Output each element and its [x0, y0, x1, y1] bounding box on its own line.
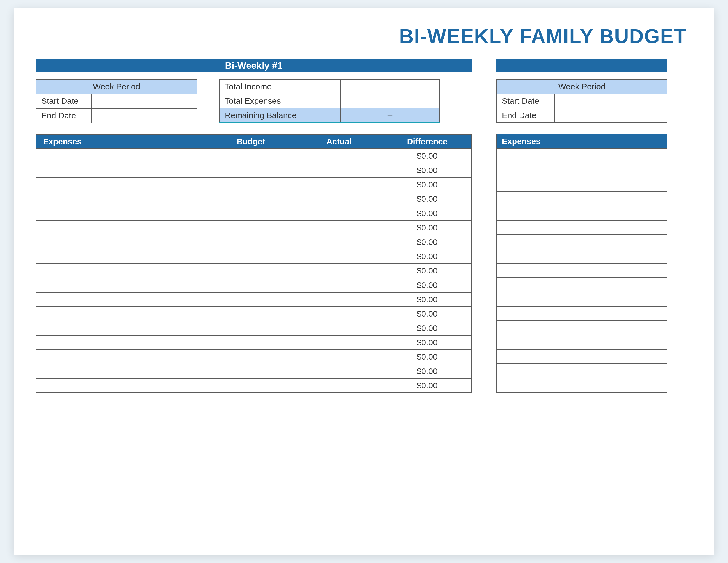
expense-name-cell[interactable]	[36, 206, 207, 220]
difference-cell: $0.00	[383, 321, 471, 335]
budget-cell[interactable]	[207, 263, 295, 278]
actual-cell[interactable]	[295, 307, 383, 321]
budget-cell[interactable]	[207, 364, 295, 378]
difference-cell: $0.00	[383, 335, 471, 350]
budget-cell[interactable]	[207, 206, 295, 220]
expense-name-cell[interactable]	[497, 306, 667, 321]
actual-cell[interactable]	[295, 206, 383, 220]
col-budget: Budget	[207, 134, 295, 149]
table-row: $0.00	[36, 335, 471, 350]
end-date-cell-2[interactable]	[555, 108, 667, 122]
budget-cell[interactable]	[207, 235, 295, 249]
difference-cell: $0.00	[383, 149, 471, 163]
expense-name-cell[interactable]	[497, 321, 667, 335]
expense-name-cell[interactable]	[497, 350, 667, 364]
budget-cell[interactable]	[207, 192, 295, 206]
actual-cell[interactable]	[295, 249, 383, 263]
actual-cell[interactable]	[295, 149, 383, 163]
budget-cell[interactable]	[207, 321, 295, 335]
total-expenses-cell[interactable]	[341, 94, 440, 108]
start-date-cell[interactable]	[91, 94, 197, 108]
actual-cell[interactable]	[295, 220, 383, 235]
col-difference: Difference	[383, 134, 471, 149]
budget-cell[interactable]	[207, 350, 295, 364]
expense-name-cell[interactable]	[36, 364, 207, 378]
budget-cell[interactable]	[207, 307, 295, 321]
table-row	[497, 292, 667, 306]
actual-cell[interactable]	[295, 278, 383, 292]
budget-cell[interactable]	[207, 220, 295, 235]
table-row	[497, 220, 667, 234]
expense-name-cell[interactable]	[36, 307, 207, 321]
expense-name-cell[interactable]	[497, 148, 667, 163]
actual-cell[interactable]	[295, 292, 383, 307]
table-row: $0.00	[36, 192, 471, 206]
expense-name-cell[interactable]	[497, 177, 667, 191]
actual-cell[interactable]	[295, 378, 383, 393]
actual-cell[interactable]	[295, 163, 383, 177]
expense-name-cell[interactable]	[497, 249, 667, 263]
actual-cell[interactable]	[295, 321, 383, 335]
expense-name-cell[interactable]	[497, 378, 667, 393]
expense-name-cell[interactable]	[36, 378, 207, 393]
week-period-table-1: Week Period Start Date End Date	[36, 79, 197, 123]
budget-cell[interactable]	[207, 163, 295, 177]
start-date-cell-2[interactable]	[555, 94, 667, 108]
expense-name-cell[interactable]	[36, 192, 207, 206]
start-date-label: Start Date	[36, 94, 91, 108]
expense-name-cell[interactable]	[497, 234, 667, 249]
expense-name-cell[interactable]	[36, 149, 207, 163]
expense-name-cell[interactable]	[36, 335, 207, 350]
total-income-cell[interactable]	[341, 79, 440, 94]
expense-name-cell[interactable]	[497, 263, 667, 277]
budget-cell[interactable]	[207, 249, 295, 263]
expenses-table-2: Expenses	[496, 134, 667, 393]
expense-name-cell[interactable]	[36, 177, 207, 192]
actual-cell[interactable]	[295, 235, 383, 249]
table-row: $0.00	[36, 263, 471, 278]
budget-cell[interactable]	[207, 149, 295, 163]
table-row	[497, 321, 667, 335]
budget-cell[interactable]	[207, 278, 295, 292]
expense-name-cell[interactable]	[497, 292, 667, 306]
budget-cell[interactable]	[207, 378, 295, 393]
expense-name-cell[interactable]	[36, 350, 207, 364]
table-row: $0.00	[36, 278, 471, 292]
expense-name-cell[interactable]	[497, 206, 667, 220]
difference-cell: $0.00	[383, 235, 471, 249]
table-row: $0.00	[36, 220, 471, 235]
expense-name-cell[interactable]	[497, 191, 667, 206]
total-expenses-label: Total Expenses	[220, 94, 341, 108]
difference-cell: $0.00	[383, 192, 471, 206]
table-row: $0.00	[36, 249, 471, 263]
actual-cell[interactable]	[295, 263, 383, 278]
difference-cell: $0.00	[383, 177, 471, 192]
expense-name-cell[interactable]	[497, 364, 667, 378]
expense-name-cell[interactable]	[36, 292, 207, 307]
difference-cell: $0.00	[383, 378, 471, 393]
expense-name-cell[interactable]	[36, 235, 207, 249]
expense-name-cell[interactable]	[36, 278, 207, 292]
expense-name-cell[interactable]	[36, 220, 207, 235]
expense-name-cell[interactable]	[497, 163, 667, 177]
actual-cell[interactable]	[295, 192, 383, 206]
table-row: $0.00	[36, 177, 471, 192]
expense-name-cell[interactable]	[36, 249, 207, 263]
actual-cell[interactable]	[295, 335, 383, 350]
actual-cell[interactable]	[295, 364, 383, 378]
table-row: $0.00	[36, 307, 471, 321]
actual-cell[interactable]	[295, 350, 383, 364]
expense-name-cell[interactable]	[497, 277, 667, 292]
expense-name-cell[interactable]	[36, 263, 207, 278]
expense-name-cell[interactable]	[497, 335, 667, 350]
expense-name-cell[interactable]	[497, 220, 667, 234]
budget-cell[interactable]	[207, 177, 295, 192]
expense-name-cell[interactable]	[36, 163, 207, 177]
difference-cell: $0.00	[383, 220, 471, 235]
budget-cell[interactable]	[207, 335, 295, 350]
budget-cell[interactable]	[207, 292, 295, 307]
expense-name-cell[interactable]	[36, 321, 207, 335]
period-bar-1: Bi-Weekly #1	[36, 58, 472, 72]
end-date-cell[interactable]	[91, 108, 197, 123]
actual-cell[interactable]	[295, 177, 383, 192]
